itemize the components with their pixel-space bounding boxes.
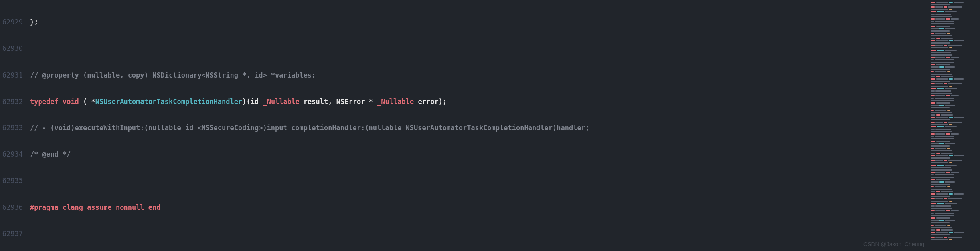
code-comment: /* @end */ xyxy=(30,150,71,158)
line-number: 62936 xyxy=(0,203,30,212)
code-pragma: clang xyxy=(59,203,83,211)
code-token: ( xyxy=(79,98,91,106)
code-line: 62929}; xyxy=(0,18,928,26)
line-number: 62933 xyxy=(0,124,30,132)
code-token: }; xyxy=(30,18,38,26)
line-number: 62937 xyxy=(0,229,30,238)
code-line: 62933// - (void)executeWithInput:(nullab… xyxy=(0,124,928,132)
code-editor[interactable]: 62929}; 62930 62931// @property (nullabl… xyxy=(0,0,928,251)
code-keyword: typedef xyxy=(30,98,59,106)
code-attribute: _Nullable xyxy=(377,98,414,106)
code-pragma: assume_nonnull end xyxy=(83,203,160,211)
code-line: 62934/* @end */ xyxy=(0,150,928,159)
line-number: 62932 xyxy=(0,97,30,106)
line-number: 62930 xyxy=(0,44,30,53)
code-line: 62935 xyxy=(0,176,928,185)
code-attribute: _Nullable xyxy=(263,98,300,106)
line-number: 62934 xyxy=(0,150,30,159)
code-line: 62932typedef void ( *NSUserAutomatorTask… xyxy=(0,97,928,106)
code-line: 62937 xyxy=(0,229,928,238)
code-typename: NSUserAutomatorTaskCompletionHandler xyxy=(95,98,242,106)
code-line: 62931// @property (nullable, copy) NSDic… xyxy=(0,71,928,80)
code-line: 62936#pragma clang assume_nonnull end xyxy=(0,203,928,212)
minimap[interactable] xyxy=(928,0,980,251)
code-pragma: #pragma xyxy=(30,203,59,211)
code-token: )( xyxy=(242,98,250,106)
line-number: 62929 xyxy=(0,18,30,26)
line-number: 62931 xyxy=(0,71,30,80)
code-token: id xyxy=(251,98,263,106)
watermark-text: CSDN @Jaxon_Cheung xyxy=(863,241,924,248)
line-number: 62935 xyxy=(0,176,30,185)
code-line: 62930 xyxy=(0,44,928,53)
code-token: * xyxy=(91,98,95,106)
code-keyword: void xyxy=(63,98,79,106)
code-token: result, NSError * xyxy=(300,98,377,106)
code-token: error); xyxy=(414,98,447,106)
code-comment: // - (void)executeWithInput:(nullable id… xyxy=(30,124,589,132)
code-comment: // @property (nullable, copy) NSDictiona… xyxy=(30,71,316,79)
